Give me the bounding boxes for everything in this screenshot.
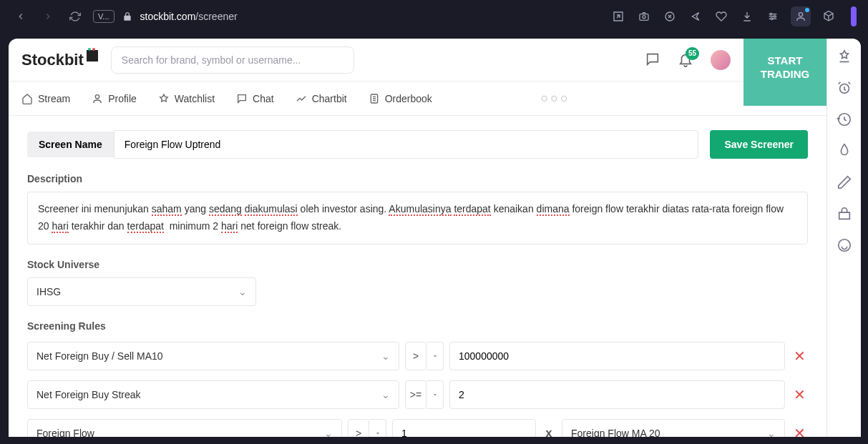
rule-operator-dropdown[interactable] xyxy=(426,342,444,370)
notification-bell-icon[interactable]: 55 xyxy=(678,51,695,69)
portfolio-icon[interactable] xyxy=(837,206,852,222)
more-dots-icon[interactable]: ○○○ xyxy=(540,91,570,106)
rule-metric2-select[interactable]: Foreign Flow MA 20⌄ xyxy=(562,419,785,437)
svg-point-9 xyxy=(799,13,802,16)
rule-value-input[interactable] xyxy=(449,380,785,409)
rule-delete-button[interactable]: ✕ xyxy=(791,386,808,403)
svg-rect-0 xyxy=(640,14,648,21)
rule-operator-dropdown[interactable] xyxy=(426,380,444,409)
rule-metric-select[interactable]: Net Foreign Buy / Sell MA10⌄ xyxy=(27,342,399,370)
screenshot-icon[interactable] xyxy=(636,9,652,24)
rule-operator[interactable]: >= xyxy=(405,380,426,409)
share-icon[interactable] xyxy=(610,9,626,24)
rule-row: Net Foreign Buy / Sell MA10⌄ > ✕ xyxy=(27,342,808,370)
rule-metric-select[interactable]: Foreign Flow⌄ xyxy=(27,419,342,437)
svg-point-1 xyxy=(643,16,645,19)
screen-name-input[interactable] xyxy=(114,130,699,159)
rule-metric-select[interactable]: Net Foreign Buy Streak⌄ xyxy=(27,380,399,409)
back-button[interactable] xyxy=(11,7,30,26)
support-icon[interactable] xyxy=(837,237,852,253)
stock-universe-label: Stock Universe xyxy=(27,259,808,270)
svg-point-8 xyxy=(771,18,773,20)
rule-delete-button[interactable]: ✕ xyxy=(791,347,808,365)
multiply-label: x xyxy=(542,427,556,437)
reload-button[interactable] xyxy=(66,7,84,26)
download-icon[interactable] xyxy=(739,9,755,24)
browser-toolbar: V... stockbit.com/screener xyxy=(0,0,868,33)
rule-delete-button[interactable]: ✕ xyxy=(791,425,808,437)
rule-operator-dropdown[interactable] xyxy=(369,419,386,437)
tab-watchlist[interactable]: Watchlist xyxy=(158,93,215,104)
chevron-down-icon: ⌄ xyxy=(238,286,247,297)
heart-icon[interactable] xyxy=(713,9,729,24)
screening-rules-label: Screening Rules xyxy=(27,320,808,332)
edit-icon[interactable] xyxy=(837,174,852,190)
rule-value-input[interactable] xyxy=(392,419,536,437)
rule-row: Net Foreign Buy Streak⌄ >= ✕ xyxy=(27,380,808,409)
content-area: Screen Name Save Screener Description Sc… xyxy=(9,116,826,437)
chevron-down-icon: ⌄ xyxy=(381,389,390,400)
logo[interactable]: Stockbit xyxy=(21,51,98,69)
close-circle-icon[interactable] xyxy=(662,9,678,24)
chevron-down-icon: ⌄ xyxy=(381,350,390,362)
send-icon[interactable] xyxy=(688,9,703,24)
avatar[interactable] xyxy=(711,50,731,70)
description-textarea[interactable]: Screener ini menunjukan saham yang sedan… xyxy=(27,192,808,245)
svg-point-6 xyxy=(770,13,772,15)
notification-badge: 55 xyxy=(686,47,699,60)
right-rail xyxy=(826,39,861,437)
chat-icon[interactable] xyxy=(645,51,662,69)
save-screener-button[interactable]: Save Screener xyxy=(710,130,808,159)
rule-operator[interactable]: > xyxy=(348,419,369,437)
screen-name-label: Screen Name xyxy=(27,132,114,157)
nav-tabs: Stream Profile Watchlist Chat Chartbit O… xyxy=(9,82,826,116)
forward-button[interactable] xyxy=(39,7,57,26)
chevron-down-icon: ⌄ xyxy=(767,428,776,437)
trending-icon[interactable] xyxy=(837,143,852,159)
settings-icon[interactable] xyxy=(765,9,781,24)
history-icon[interactable] xyxy=(837,112,852,127)
tab-chartbit[interactable]: Chartbit xyxy=(296,93,347,104)
app-topbar: Stockbit Search for brand, symbol or use… xyxy=(9,39,826,82)
tab-orderbook[interactable]: Orderbook xyxy=(369,93,432,104)
search-input[interactable]: Search for brand, symbol or username... xyxy=(111,46,354,74)
svg-point-10 xyxy=(95,94,99,98)
tab-badge: V... xyxy=(93,10,114,23)
tab-stream[interactable]: Stream xyxy=(21,93,70,104)
lock-icon xyxy=(120,11,135,21)
page-container: Stockbit Search for brand, symbol or use… xyxy=(9,39,861,437)
extensions-icon[interactable] xyxy=(821,9,837,24)
tab-profile[interactable]: Profile xyxy=(92,93,137,104)
profile-icon[interactable] xyxy=(791,6,811,26)
svg-point-7 xyxy=(774,16,776,18)
tab-chat[interactable]: Chat xyxy=(236,93,274,104)
star-list-icon[interactable] xyxy=(837,49,852,64)
rule-operator[interactable]: > xyxy=(405,342,426,370)
stock-universe-select[interactable]: IHSG⌄ xyxy=(27,277,256,306)
url-text[interactable]: stockbit.com/screener xyxy=(140,11,238,22)
description-label: Description xyxy=(27,173,808,184)
window-accent xyxy=(851,6,857,26)
alarm-icon[interactable] xyxy=(837,80,852,96)
chevron-down-icon: ⌄ xyxy=(324,428,333,437)
rule-value-input[interactable] xyxy=(449,342,785,370)
rule-row: Foreign Flow⌄ > x Foreign Flow MA 20⌄ ✕ xyxy=(27,419,808,437)
